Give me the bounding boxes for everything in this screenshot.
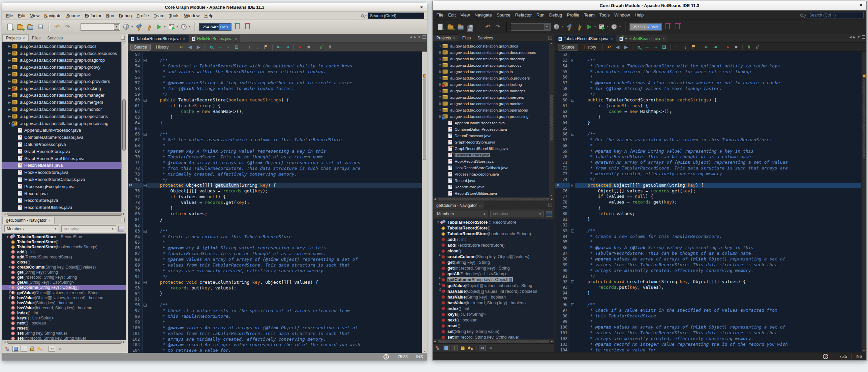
editor-scrollbar-thumb[interactable] [423, 79, 426, 160]
navigator-member[interactable]: get(String key) : String [2, 270, 126, 275]
forward-icon[interactable]: ▶ [623, 44, 629, 50]
navigator-member[interactable]: get(int record, String key) : String [2, 275, 126, 280]
expand-closed-icon[interactable]: ▶ [7, 101, 12, 104]
code-line[interactable]: * @param values An array of arrays of {@… [147, 257, 422, 262]
toggle-bookmark-icon[interactable] [690, 44, 697, 50]
code-line[interactable]: * [147, 240, 422, 245]
maximize-window-icon[interactable] [862, 35, 865, 39]
error-stripe-mark[interactable] [863, 74, 866, 78]
code-line[interactable]: * @param key A {@link String value} repr… [575, 149, 861, 154]
navigator-member[interactable]: reset() [2, 326, 126, 331]
code-line[interactable]: * for {@link String} values to make look… [575, 86, 861, 92]
navigator-member[interactable]: add() : int [433, 237, 554, 242]
window-close-button[interactable]: × [420, 4, 423, 10]
code-line[interactable]: * Construct a TabularRecordStore with th… [147, 63, 422, 69]
window-close-button[interactable]: × [860, 2, 862, 8]
show-fields-icon[interactable] [12, 346, 19, 352]
code-line[interactable]: /** [147, 131, 422, 137]
build-project-button[interactable] [134, 23, 143, 31]
code-line[interactable] [575, 296, 861, 302]
scroll-down-arrow-icon[interactable]: ▼ [122, 209, 126, 211]
code-fold-column[interactable]: −−−−−−− [143, 52, 147, 353]
menu-tools[interactable]: Tools [167, 12, 182, 19]
code-line[interactable]: * @param record An integer value represe… [147, 342, 422, 348]
menu-view[interactable]: View [28, 12, 42, 19]
source-view-button[interactable]: Source [558, 44, 578, 51]
explorer-tab-services[interactable]: Services [44, 35, 66, 41]
expand-closed-icon[interactable]: ⊕ [437, 89, 442, 93]
code-line[interactable]: public TabularRecordStore(boolean cacheS… [147, 97, 422, 103]
show-non-public-members-icon[interactable] [29, 346, 35, 352]
window-titlebar[interactable]: Core Graph Module - Apache NetBeans IDE … [433, 1, 866, 10]
globe-button[interactable] [552, 23, 561, 31]
navigator-root-class[interactable]: ⊖TabularRecordStore::RecordStore [433, 219, 554, 225]
expand-closed-icon[interactable]: ⊕ [437, 44, 442, 48]
navigator-view-icon[interactable] [546, 211, 552, 217]
garbage-collect-button-2[interactable] [674, 23, 682, 31]
code-line[interactable]: * minimally created, effectively conserv… [147, 172, 422, 177]
navigator-view-icon[interactable] [118, 226, 124, 231]
sort-by-source-icon[interactable] [487, 345, 494, 351]
show-static-members-icon[interactable] [451, 345, 458, 351]
expand-closed-icon[interactable]: ⊕ [437, 57, 442, 61]
code-line[interactable]: * @return An array of arrays of {@link O… [147, 160, 422, 166]
code-line[interactable]: cache = new HashMap<>(); [575, 109, 861, 115]
navigator-member[interactable]: next() : boolean [2, 321, 126, 326]
navigator-member[interactable]: close() [2, 259, 126, 265]
menu-file[interactable]: File [4, 12, 16, 19]
code-line[interactable]: * arrays are minimally created, effectiv… [147, 337, 422, 342]
code-line[interactable]: } [147, 217, 422, 223]
navigator-member[interactable]: set(String key, String value) [2, 331, 126, 336]
expand-closed-icon[interactable]: ⊕ [437, 95, 442, 99]
open-project-button[interactable] [456, 23, 465, 31]
tree-node-file[interactable]: ✎GraphRecordStoreUtilities.java [2, 155, 121, 162]
explorer-tab-services[interactable]: Services [474, 35, 496, 41]
menu-help[interactable]: Help [202, 12, 216, 19]
tree-node-file[interactable]: Record.java [433, 177, 549, 184]
code-line[interactable]: } [575, 205, 861, 211]
code-line[interactable]: return values; [147, 211, 422, 217]
navigator-member[interactable]: getValue(Object[][] values, int record) … [2, 290, 126, 295]
scroll-left-arrow-icon[interactable]: ◀ [433, 340, 437, 343]
code-line[interactable]: } [575, 290, 861, 296]
code-fold-icon[interactable]: − [571, 133, 574, 136]
show-tree-view-icon[interactable] [37, 346, 43, 352]
code-line[interactable]: * this TabularRecordStore. [575, 313, 861, 319]
quick-search[interactable]: ▾ Search (Ctrl+I) [800, 12, 864, 18]
code-line[interactable]: * @param values An array of arrays of {@… [575, 256, 861, 262]
tree-node-file[interactable]: ✎HelloNetBeans.java [2, 162, 121, 169]
last-edit-location-icon[interactable]: ↩ [178, 44, 185, 50]
navigator-member[interactable]: keys() : List<String> [433, 312, 554, 317]
debug-project-button[interactable] [597, 23, 606, 31]
close-icon[interactable]: × [479, 204, 481, 208]
tree-scrollbar-thumb[interactable] [550, 94, 553, 141]
code-line[interactable]: */ [147, 92, 422, 97]
code-line[interactable]: * @param cacheStrings A flag indicating … [147, 80, 422, 86]
close-icon[interactable]: × [611, 37, 613, 41]
navigator-member[interactable]: next() : boolean [433, 317, 554, 323]
tree-node-file[interactable]: CombineDatumProcessor.java [433, 126, 549, 132]
tree-node-package[interactable]: ⊕au.gov.asd.tac.constellation.graph.drag… [433, 56, 549, 62]
navigator-member[interactable]: hasValue(int record, String key) : boole… [2, 305, 126, 310]
forward-icon[interactable]: ▶ [195, 44, 202, 50]
tree-node-package[interactable]: ⊕au.gov.asd.tac.constellation.graph.lock… [433, 81, 549, 88]
code-line[interactable]: * this TabularRecordStore. [147, 314, 422, 319]
code-line[interactable]: * and values within the RecordStore for … [575, 69, 861, 75]
scroll-left-arrow-icon[interactable]: ◀ [2, 341, 7, 343]
explorer-tab-projects[interactable]: Projects× [433, 34, 459, 41]
tree-node-package[interactable]: ⊕au.gov.asd.tac.constellation.graph.merg… [433, 94, 549, 100]
code-line[interactable]: values = records.get(key); [575, 199, 861, 205]
code-line[interactable]: } [147, 115, 422, 120]
minimize-panel-icon[interactable]: – [548, 36, 552, 40]
code-line[interactable]: * [575, 239, 861, 245]
navigator-member[interactable]: hasValue(String key) : boolean [433, 294, 554, 300]
code-line[interactable]: */ [147, 177, 422, 183]
code-fold-icon[interactable]: − [144, 59, 147, 62]
scroll-tabs-left-icon[interactable]: ◀ [410, 35, 412, 39]
tree-node-package[interactable]: ⊕au.gov.asd.tac.constellation.graph.io.p… [433, 75, 549, 81]
navigator-member[interactable]: getColumn(String key) : Object[][] [433, 277, 554, 283]
start-macro-recording-icon[interactable]: ● [297, 44, 303, 50]
code-line[interactable]: protected Object[][] getColumn(String ke… [147, 183, 422, 188]
editor-scrollbar-thumb[interactable] [862, 79, 866, 160]
tree-node-package[interactable]: ⊕au.gov.asd.tac.constellation.graph.moni… [433, 100, 549, 107]
